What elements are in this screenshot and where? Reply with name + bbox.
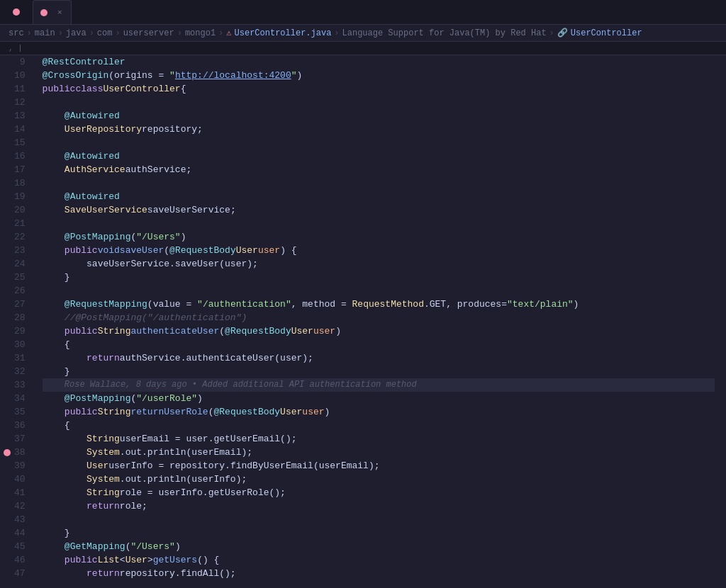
breadcrumb-symbol[interactable]: UserController: [571, 28, 642, 38]
gutter-cell: [0, 311, 14, 324]
gutter-cell: [0, 513, 14, 526]
code-line: String role = userInfo.getUserRole();: [43, 486, 715, 499]
code-line: @PostMapping("/userRole"): [43, 392, 715, 405]
code-line: public List<User> getUsers() {: [43, 553, 715, 567]
line-number: 35: [14, 405, 31, 419]
gutter-cell: [0, 446, 14, 459]
code-line: System.out.println(userInfo);: [43, 473, 715, 486]
line-number: 45: [14, 540, 31, 553]
line-number: 24: [14, 257, 31, 271]
gutter-cell: [0, 392, 14, 405]
line-number: 22: [14, 230, 31, 244]
code-line: public class UserController {: [43, 82, 715, 96]
line-number: 23: [14, 244, 31, 257]
breadcrumb-userserver[interactable]: userserver: [123, 28, 174, 38]
code-line: @Autowired: [43, 149, 715, 163]
breadcrumb-java[interactable]: java: [66, 28, 86, 38]
code-line: @GetMapping("/Users"): [43, 540, 715, 553]
line-number: 12: [14, 96, 31, 109]
gutter-cell: [0, 567, 14, 580]
code-line: public void saveUser(@RequestBody User u…: [43, 244, 715, 257]
line-number: 34: [14, 392, 31, 405]
blame-annotation-line: Rose Wallace, 8 days ago • Added additio…: [43, 378, 715, 392]
line-number: 38: [14, 446, 31, 459]
code-line: SaveUserService saveUserService;: [43, 203, 715, 217]
gutter-cell: [0, 419, 14, 432]
gutter-cell: [0, 244, 14, 257]
breadcrumb-file[interactable]: UserController.java: [235, 28, 332, 38]
gutter-cell: [0, 163, 14, 176]
tab-error-icon: [13, 9, 20, 16]
line-number: 29: [14, 324, 31, 338]
code-editor: 9101112131415161718192021222324252627282…: [0, 55, 726, 580]
gutter-cell: [0, 203, 14, 217]
gutter-cell: [0, 338, 14, 351]
breadcrumb-main[interactable]: main: [35, 28, 55, 38]
code-line: @PostMapping("/Users"): [43, 230, 715, 244]
code-line: public String returnUserRole(@RequestBod…: [43, 405, 715, 419]
breadcrumb-symbol-icon: 🔗: [557, 28, 568, 38]
gutter-cell: [0, 526, 14, 540]
gutter-cell: [0, 365, 14, 378]
code-line: }: [43, 526, 715, 540]
gutter-cell: [0, 55, 14, 69]
gutter-cell: [0, 378, 14, 392]
breadcrumb: src › main › java › com › userserver › m…: [0, 25, 726, 42]
gutter-cell: [0, 432, 14, 446]
gutter-cell: [0, 176, 14, 190]
code-line: {: [43, 419, 715, 432]
line-number: 27: [14, 298, 31, 311]
line-number: 47: [14, 567, 31, 580]
code-line: [43, 176, 715, 190]
breadcrumb-language[interactable]: Language Support for Java(TM) by Red Hat: [342, 28, 547, 38]
code-line: AuthService authService;: [43, 163, 715, 176]
tab-error-icon-active: [40, 9, 48, 16]
line-number: 18: [14, 176, 31, 190]
breadcrumb-com[interactable]: com: [97, 28, 113, 38]
line-number: 14: [14, 123, 31, 136]
line-number: 19: [14, 190, 31, 203]
tab-usercontrollertest[interactable]: [6, 0, 31, 24]
code-line: @RequestMapping(value = "/authentication…: [43, 298, 715, 311]
breadcrumb-src[interactable]: src: [9, 28, 24, 38]
code-line: return authService.authenticateUser(user…: [43, 351, 715, 365]
breadcrumb-mongo1[interactable]: mongo1: [185, 28, 216, 38]
code-line: }: [43, 365, 715, 378]
code-line: @Autowired: [43, 109, 715, 123]
code-line: String userEmail = user.getUserEmail();: [43, 432, 715, 446]
gutter-cell: [0, 473, 14, 486]
gutter-cell: [0, 96, 14, 109]
gutter-cell: [0, 540, 14, 553]
code-line: public String authenticateUser(@RequestB…: [43, 324, 715, 338]
gutter-cell: [0, 82, 14, 96]
line-number: 15: [14, 136, 31, 149]
line-number: 9: [14, 55, 31, 69]
gutter-cell: [0, 405, 14, 419]
line-number: 44: [14, 526, 31, 540]
line-number: 16: [14, 149, 31, 163]
code-line: [43, 136, 715, 149]
line-number: 40: [14, 473, 31, 486]
gutter-cell: [0, 217, 14, 230]
gutter-cell: [0, 553, 14, 567]
gutter-cell: [0, 271, 14, 284]
tab-usercontroller[interactable]: ×: [33, 0, 72, 24]
line-number: 10: [14, 69, 31, 82]
breakpoint-indicator[interactable]: [4, 449, 11, 456]
code-line: [43, 513, 715, 526]
code-line: [43, 96, 715, 109]
gutter-cell: [0, 123, 14, 136]
code-line: {: [43, 338, 715, 351]
gutter-cell: [0, 298, 14, 311]
line-number: 43: [14, 513, 31, 526]
line-numbers: 9101112131415161718192021222324252627282…: [14, 55, 31, 580]
line-number: 31: [14, 351, 31, 365]
gutter-cell: [0, 459, 14, 473]
code-area[interactable]: @RestController@CrossOrigin(origins = "h…: [31, 55, 726, 580]
line-number: 21: [14, 217, 31, 230]
tab-close-button[interactable]: ×: [56, 8, 64, 18]
code-line: User userInfo = repository.findByUserEma…: [43, 459, 715, 473]
gutter-cell: [0, 257, 14, 271]
line-number: 11: [14, 82, 31, 96]
code-line: @RestController: [43, 55, 715, 69]
